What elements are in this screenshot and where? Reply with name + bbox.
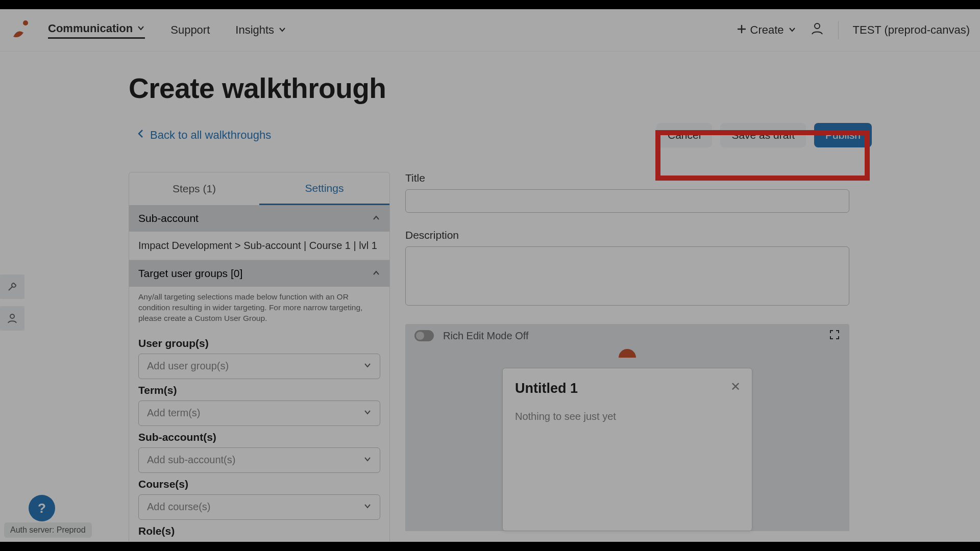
target-help-text: Any/all targeting selections made below …	[129, 287, 389, 329]
section-label: Target user groups [0]	[138, 267, 242, 280]
divider	[838, 21, 839, 39]
user-icon[interactable]	[811, 22, 824, 38]
create-button[interactable]: Create	[737, 23, 796, 37]
expand-icon[interactable]	[829, 329, 840, 342]
chevron-up-icon	[372, 267, 380, 280]
label-title: Title	[405, 172, 849, 184]
chevron-down-icon	[788, 23, 796, 37]
nav-label: Insights	[235, 23, 274, 37]
svg-point-0	[23, 20, 28, 26]
preview-card-title: Untitled 1	[515, 381, 740, 396]
cancel-button[interactable]: Cancel	[656, 123, 712, 147]
auth-server-chip: Auth server: Preprod	[4, 522, 92, 538]
page-title: Create walkthrough	[129, 72, 980, 105]
section-label: Sub-account	[138, 212, 199, 224]
publish-button[interactable]: Publish	[814, 123, 872, 147]
step-marker-icon	[619, 349, 636, 358]
nav-label: Communication	[48, 22, 133, 35]
nav-communication[interactable]: Communication	[48, 22, 145, 39]
chevron-down-icon	[137, 22, 145, 35]
back-link[interactable]: Back to all walkthroughs	[137, 129, 271, 142]
label-terms: Term(s)	[138, 384, 380, 396]
select-user-groups[interactable]: Add user group(s)	[138, 354, 380, 379]
chevron-down-icon	[363, 407, 372, 419]
rich-edit-label: Rich Edit Mode Off	[443, 330, 528, 342]
close-icon[interactable]: ✕	[730, 380, 741, 394]
section-subaccount[interactable]: Sub-account	[129, 205, 389, 232]
select-placeholder: Add course(s)	[147, 501, 211, 513]
tab-steps[interactable]: Steps (1)	[129, 172, 259, 205]
chevron-left-icon	[137, 129, 145, 142]
subaccount-path: Impact Development > Sub-account | Cours…	[129, 232, 389, 260]
back-link-label: Back to all walkthroughs	[150, 129, 271, 142]
label-subaccounts: Sub-account(s)	[138, 431, 380, 443]
select-terms[interactable]: Add term(s)	[138, 400, 380, 426]
settings-panel: Steps (1) Settings Sub-account Impact De…	[129, 172, 390, 547]
chevron-up-icon	[372, 212, 380, 224]
select-placeholder: Add sub-account(s)	[147, 454, 235, 466]
plus-icon	[737, 23, 746, 37]
select-placeholder: Add user group(s)	[147, 360, 229, 372]
nav-support[interactable]: Support	[170, 23, 210, 37]
label-user-groups: User group(s)	[138, 337, 380, 349]
preview-card-body: Nothing to see just yet	[515, 411, 740, 422]
preview-card: Untitled 1 ✕ Nothing to see just yet	[502, 368, 752, 531]
main-nav: Communication Support Insights	[48, 22, 286, 39]
rich-edit-toggle[interactable]	[414, 330, 434, 341]
chevron-down-icon	[363, 454, 372, 466]
chevron-down-icon	[363, 501, 372, 513]
action-buttons: Cancel Save as draft Publish	[656, 123, 872, 147]
app-logo	[10, 19, 32, 41]
section-target-groups[interactable]: Target user groups [0]	[129, 260, 389, 287]
nav-insights[interactable]: Insights	[235, 23, 286, 37]
select-subaccounts[interactable]: Add sub-account(s)	[138, 447, 380, 473]
select-placeholder: Add term(s)	[147, 407, 200, 419]
tenant-label: TEST (preprod-canvas)	[853, 23, 970, 37]
nav-label: Support	[170, 23, 210, 37]
description-input[interactable]	[405, 246, 849, 306]
label-description: Description	[405, 229, 849, 241]
help-fab[interactable]: ?	[29, 495, 55, 521]
content-panel: Title Description Rich Edit Mode Off	[405, 172, 849, 547]
svg-point-1	[815, 23, 820, 29]
chevron-down-icon	[278, 23, 286, 37]
preview-pane: Rich Edit Mode Off Untitled 1 ✕ Nothing …	[405, 324, 849, 531]
tab-settings[interactable]: Settings	[259, 172, 389, 205]
select-courses[interactable]: Add course(s)	[138, 494, 380, 520]
label-roles: Role(s)	[138, 525, 380, 537]
topbar: Communication Support Insights Create	[0, 9, 980, 52]
chevron-down-icon	[363, 360, 372, 372]
label-courses: Course(s)	[138, 478, 380, 490]
create-label: Create	[750, 23, 784, 37]
title-input[interactable]	[405, 189, 849, 213]
save-draft-button[interactable]: Save as draft	[720, 123, 806, 147]
